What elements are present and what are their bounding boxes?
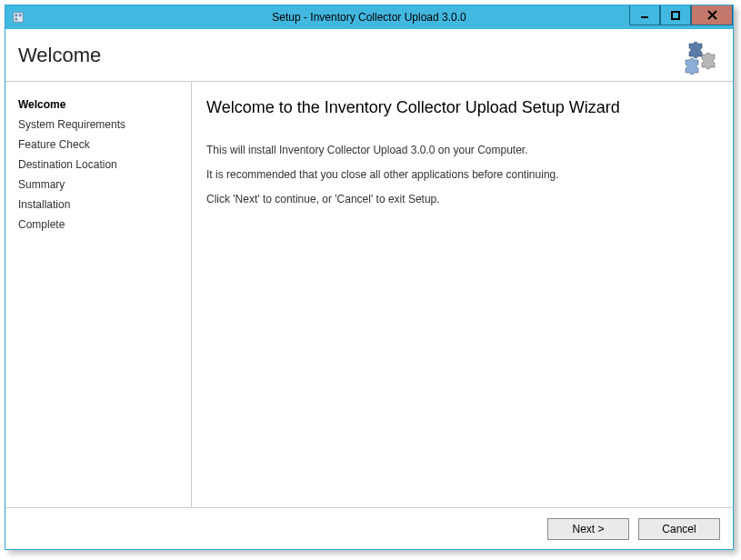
svg-rect-1 [15,15,18,17]
window-title: Setup - Inventory Collector Upload 3.0.0 [272,11,466,24]
minimize-button[interactable] [629,5,660,25]
sidebar-item-complete[interactable]: Complete [18,215,182,235]
wizard-steps-sidebar: Welcome System Requirements Feature Chec… [5,82,192,507]
content-area: Welcome System Requirements Feature Chec… [5,82,733,507]
intro-text-1: This will install Inventory Collector Up… [206,143,715,158]
main-heading: Welcome to the Inventory Collector Uploa… [206,98,715,117]
main-panel: Welcome to the Inventory Collector Uploa… [192,82,733,507]
cancel-button[interactable]: Cancel [638,518,720,540]
intro-text-3: Click 'Next' to continue, or 'Cancel' to… [206,192,715,207]
svg-rect-0 [14,13,24,23]
sidebar-item-installation[interactable]: Installation [18,195,182,215]
sidebar-item-welcome[interactable]: Welcome [18,95,182,115]
svg-rect-3 [15,18,18,21]
next-button[interactable]: Next > [547,518,629,540]
window-controls [629,5,733,25]
svg-rect-2 [19,15,22,17]
sidebar-item-summary[interactable]: Summary [18,175,182,195]
sidebar-item-feature-check[interactable]: Feature Check [18,135,182,155]
app-icon [11,10,25,25]
titlebar[interactable]: Setup - Inventory Collector Upload 3.0.0 [5,5,733,29]
page-title: Welcome [18,44,101,67]
sidebar-item-destination-location[interactable]: Destination Location [18,155,182,175]
close-button[interactable] [691,5,733,25]
svg-rect-5 [672,12,679,19]
sidebar-item-system-requirements[interactable]: System Requirements [18,115,182,135]
puzzle-icon [682,35,724,76]
header-band: Welcome [5,29,733,82]
footer: Next > Cancel [5,507,733,549]
intro-text-2: It is recommended that you close all oth… [206,167,715,183]
setup-window: Setup - Inventory Collector Upload 3.0.0… [5,5,734,550]
maximize-button[interactable] [660,5,691,25]
